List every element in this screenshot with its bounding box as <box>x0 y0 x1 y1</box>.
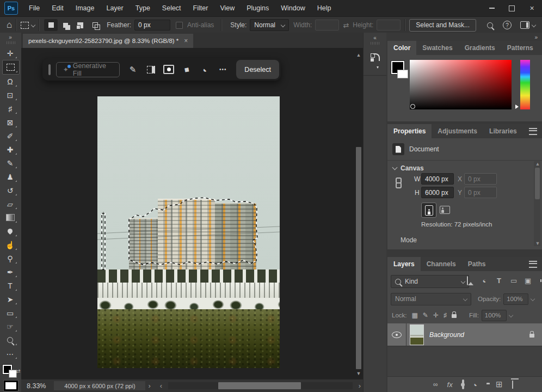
photo-document[interactable] <box>97 96 280 368</box>
scroll-up-icon[interactable]: ▲ <box>355 52 362 58</box>
menu-select[interactable]: Select <box>156 0 187 16</box>
create-adjustment-icon[interactable]: ◐ <box>196 65 214 74</box>
layer-thumbnail[interactable] <box>410 324 424 345</box>
filter-pixel-layers-icon[interactable] <box>467 277 468 285</box>
filter-adjustment-layers-icon[interactable]: ◐ <box>480 276 489 285</box>
portrait-orientation-button[interactable] <box>421 203 436 218</box>
anti-alias-checkbox[interactable] <box>176 22 183 29</box>
dock-expand-icon[interactable]: » <box>534 34 538 40</box>
canvas-x-input[interactable]: 0 px <box>464 173 497 185</box>
scroll-down-icon[interactable]: ▼ <box>534 241 541 246</box>
canvas-y-input[interactable]: 0 px <box>464 187 497 198</box>
menu-help[interactable]: Help <box>311 0 337 16</box>
close-tab-icon[interactable]: × <box>184 37 188 45</box>
layer-row-background[interactable]: Background <box>387 323 542 346</box>
maximize-button[interactable] <box>502 0 522 16</box>
menu-window[interactable]: Window <box>275 0 311 16</box>
new-layer-icon[interactable]: ⊞ <box>496 379 503 389</box>
tab-layers[interactable]: Layers <box>387 257 421 271</box>
tab-libraries[interactable]: Libraries <box>483 124 523 138</box>
blend-mode-dropdown[interactable]: Normal <box>391 293 471 305</box>
tab-color[interactable]: Color <box>387 41 416 55</box>
canvas-section-chevron-icon[interactable] <box>392 165 398 170</box>
path-selection-tool[interactable]: ➤ <box>2 292 19 306</box>
layer-effects-icon[interactable]: fx <box>447 381 453 389</box>
quick-mask-indicator[interactable] <box>4 381 18 391</box>
layer-filter-dropdown[interactable]: Kind <box>391 275 469 288</box>
menu-type[interactable]: Type <box>130 0 156 16</box>
scroll-down-icon[interactable]: ▼ <box>355 371 362 376</box>
horizontal-scroll-thumb[interactable] <box>218 382 301 389</box>
history-brush-tool[interactable]: ↺ <box>2 183 19 197</box>
strip-grip[interactable] <box>371 42 379 45</box>
lasso-tool[interactable]: Ω <box>2 75 19 88</box>
hue-slider-arrow[interactable] <box>515 105 519 109</box>
document-size-status[interactable]: 4000 px x 6000 px (72 ppi) <box>54 381 145 390</box>
scroll-left-icon[interactable]: ‹ <box>160 382 162 390</box>
menu-layer[interactable]: Layer <box>100 0 129 16</box>
add-to-selection-button[interactable] <box>59 19 72 31</box>
minimize-button[interactable] <box>482 0 502 16</box>
hand-tool[interactable]: ☞ <box>2 320 19 333</box>
color-cursor[interactable] <box>410 104 415 109</box>
rectangle-tool[interactable]: ▭ <box>2 306 19 320</box>
fill-input[interactable]: 100% <box>482 310 507 321</box>
menu-edit[interactable]: Edit <box>46 0 70 16</box>
feather-input[interactable]: 0 px <box>134 20 170 30</box>
lock-artboard-icon[interactable]: ♯ <box>444 311 447 319</box>
status-chevron-icon[interactable]: › <box>148 382 150 390</box>
menu-image[interactable]: Image <box>70 0 101 16</box>
lock-transparency-icon[interactable]: ▦ <box>412 311 418 319</box>
chevron-down-icon[interactable] <box>531 297 535 301</box>
generative-fill-button[interactable]: ✦ Generative Fill <box>56 62 120 77</box>
link-layers-icon[interactable]: ∞ <box>433 381 438 388</box>
tool-preset-marquee-icon[interactable] <box>21 22 35 29</box>
lock-position-icon[interactable]: ✛ <box>433 311 439 319</box>
chevron-down-icon[interactable] <box>509 313 513 317</box>
lock-all-icon[interactable] <box>452 311 457 319</box>
workspace-switcher[interactable] <box>520 21 535 29</box>
zoom-tool[interactable] <box>2 333 19 347</box>
canvas-vertical-scrollbar[interactable]: ▲ ▼ <box>355 50 362 377</box>
brush-tool[interactable]: ✎ <box>2 156 19 170</box>
modify-selection-brush-icon[interactable]: ✎ <box>124 65 142 75</box>
rectangular-marquee-tool[interactable] <box>2 60 20 75</box>
intersect-selection-button[interactable] <box>88 19 102 31</box>
smudge-tool[interactable]: ☝ <box>2 238 19 252</box>
filter-smart-objects-icon[interactable]: ▣ <box>525 277 531 285</box>
type-tool[interactable]: T <box>2 279 19 292</box>
tab-properties[interactable]: Properties <box>387 124 432 138</box>
invert-selection-icon[interactable] <box>142 66 160 74</box>
menu-plugins[interactable]: Plugins <box>241 0 275 16</box>
foreground-background-swatches[interactable] <box>3 365 17 378</box>
swap-dimensions-icon[interactable]: ⇄ <box>343 21 349 29</box>
canvas-area[interactable]: ▲ ▼ <box>21 48 364 379</box>
properties-panel-menu[interactable] <box>524 124 542 138</box>
home-icon[interactable]: ⌂ <box>7 20 12 30</box>
add-layer-mask-icon[interactable] <box>462 381 464 388</box>
close-button[interactable]: × <box>522 0 542 16</box>
toolbar-collapse-icon[interactable]: » <box>9 34 13 40</box>
deselect-button[interactable]: Deselect <box>236 60 279 79</box>
layer-visibility-cell[interactable] <box>387 323 406 346</box>
canvas-horizontal-scrollbar[interactable] <box>168 382 353 389</box>
spot-healing-tool[interactable]: ✚ <box>2 143 19 156</box>
tab-adjustments[interactable]: Adjustments <box>432 124 483 138</box>
more-options-icon[interactable]: ••• <box>214 66 232 72</box>
swap-colors-icon[interactable]: ⇄ <box>16 368 20 374</box>
toolbar-grip[interactable] <box>7 41 15 44</box>
new-adjustment-layer-icon[interactable]: ◐ <box>471 380 479 388</box>
move-tool[interactable]: ✛ <box>2 46 19 60</box>
blur-tool[interactable] <box>2 224 19 238</box>
eraser-tool[interactable]: ▱ <box>2 197 19 211</box>
background-color-swatch[interactable] <box>397 70 408 78</box>
object-selection-tool[interactable]: ⊡ <box>2 88 19 102</box>
vertical-scroll-thumb[interactable] <box>356 147 361 369</box>
filter-type-layers-icon[interactable]: T <box>497 277 501 285</box>
saturation-brightness-field[interactable] <box>410 60 512 109</box>
dodge-tool[interactable]: ⚲ <box>2 252 19 265</box>
select-and-mask-button[interactable]: Select and Mask... <box>409 19 476 32</box>
document-tab[interactable]: pexels-cknguyen92-25823790.jpg @ 8.33% (… <box>23 34 193 48</box>
edit-toolbar-tool[interactable]: ⋯ <box>2 347 19 360</box>
hue-slider[interactable] <box>520 60 530 109</box>
